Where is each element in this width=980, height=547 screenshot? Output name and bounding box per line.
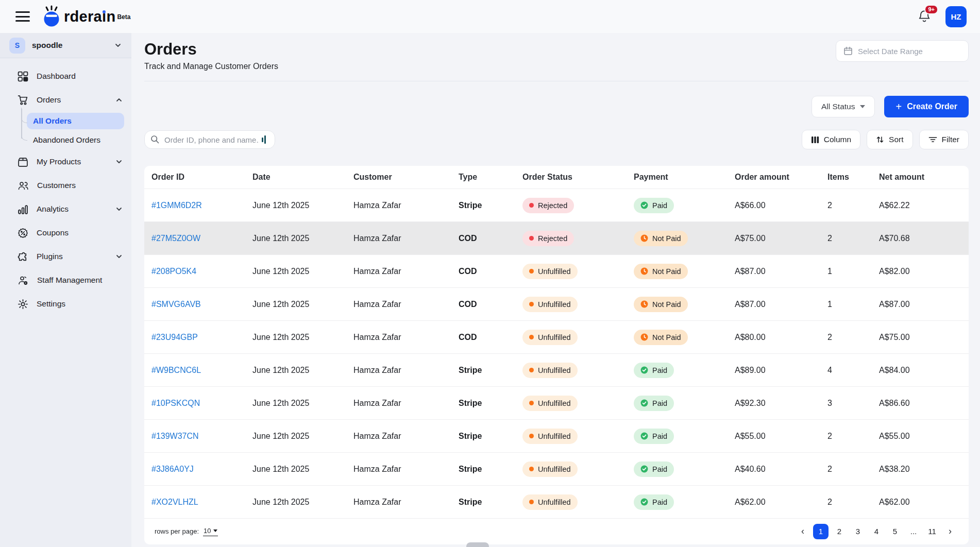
- next-page-button[interactable]: ›: [943, 524, 957, 539]
- order-net-amount: A$75.00: [879, 333, 961, 342]
- sidebar-item-coupons[interactable]: Coupons: [0, 221, 131, 245]
- table-row[interactable]: #208PO5K4 June 12th 2025 Hamza Zafar COD…: [144, 255, 969, 288]
- calendar-icon: [843, 46, 853, 56]
- order-id-link[interactable]: #SMVG6AVB: [151, 300, 201, 309]
- rows-per-page-select[interactable]: 10: [203, 527, 218, 536]
- sidebar-item-settings[interactable]: Settings: [0, 292, 131, 316]
- page-button[interactable]: 4: [869, 524, 884, 539]
- order-date: June 12th 2025: [252, 465, 353, 474]
- chevron-down-icon: [116, 253, 122, 260]
- order-id-link[interactable]: #139W37CN: [151, 432, 199, 440]
- beta-tag: Beta: [117, 13, 130, 21]
- order-status-badge: Unfulfilled: [522, 297, 578, 312]
- sidebar-item-staff-management[interactable]: Staff Management: [0, 268, 131, 292]
- table-row[interactable]: #23U94GBP June 12th 2025 Hamza Zafar COD…: [144, 321, 969, 354]
- sidebar-item-abandoned-orders[interactable]: Abandoned Orders: [27, 130, 124, 150]
- order-amount: A$87.00: [735, 267, 827, 276]
- page-button[interactable]: 3: [850, 524, 866, 539]
- date-range-picker[interactable]: Select Date Range: [836, 40, 969, 62]
- plugin-puzzle-icon: [18, 251, 28, 262]
- sidebar-item-plugins[interactable]: Plugins: [0, 245, 131, 268]
- filter-icon: [928, 136, 937, 143]
- order-date: June 12th 2025: [252, 399, 353, 408]
- order-type: Stripe: [459, 465, 522, 474]
- page-subtitle: Track and Manage Customer Orders: [144, 61, 278, 72]
- order-id-link[interactable]: #23U94GBP: [151, 333, 198, 341]
- rows-per-page-label: rows per page:: [155, 527, 199, 535]
- order-amount: A$89.00: [735, 366, 827, 375]
- order-id-link[interactable]: #1GMM6D2R: [151, 201, 202, 210]
- order-amount: A$75.00: [735, 234, 827, 243]
- order-items-count: 2: [827, 498, 879, 507]
- order-id-link[interactable]: #3J86A0YJ: [151, 465, 194, 473]
- page-button[interactable]: 5: [887, 524, 903, 539]
- table-row[interactable]: #XO2VLHZL June 12th 2025 Hamza Zafar Str…: [144, 486, 969, 519]
- create-order-button[interactable]: + Create Order: [884, 96, 969, 117]
- page-button[interactable]: 2: [832, 524, 847, 539]
- page-button[interactable]: 1: [813, 524, 829, 539]
- table-row[interactable]: #W9BCNC6L June 12th 2025 Hamza Zafar Str…: [144, 354, 969, 387]
- order-type: COD: [459, 234, 522, 243]
- payment-status-badge: Paid: [634, 494, 674, 510]
- order-id-link[interactable]: #W9BCNC6L: [151, 366, 201, 374]
- order-status-badge: Unfulfilled: [522, 330, 578, 345]
- sidebar-item-my-products[interactable]: My Products: [0, 150, 131, 174]
- status-dot-icon: [529, 269, 534, 274]
- order-customer: Hamza Zafar: [353, 267, 459, 276]
- orders-table: Order ID Date Customer Type Order Status…: [144, 166, 969, 544]
- table-row[interactable]: #SMVG6AVB June 12th 2025 Hamza Zafar COD…: [144, 288, 969, 321]
- order-items-count: 2: [827, 465, 879, 474]
- columns-icon: [811, 136, 819, 144]
- search-input[interactable]: [144, 130, 275, 149]
- col-date: Date: [252, 173, 353, 182]
- sidebar-item-customers[interactable]: Customers: [0, 174, 131, 197]
- payment-status-badge: Paid: [634, 461, 674, 477]
- page-button[interactable]: 11: [924, 524, 940, 539]
- order-date: June 12th 2025: [252, 234, 353, 243]
- plus-icon: +: [895, 101, 902, 112]
- clock-icon: [640, 300, 648, 308]
- order-id-link[interactable]: #10PSKCQN: [151, 399, 200, 407]
- order-amount: A$66.00: [735, 201, 827, 210]
- sidebar-item-all-orders[interactable]: All Orders: [27, 113, 124, 129]
- order-customer: Hamza Zafar: [353, 498, 459, 507]
- column-button[interactable]: Column: [802, 130, 860, 149]
- col-customer: Customer: [353, 173, 459, 182]
- order-id-link[interactable]: #27M5Z0OW: [151, 234, 200, 243]
- topbar: rderaın Beta 9+ HZ: [0, 0, 980, 33]
- order-net-amount: A$84.00: [879, 366, 961, 375]
- order-date: June 12th 2025: [252, 498, 353, 507]
- status-filter-dropdown[interactable]: All Status: [812, 96, 875, 117]
- payment-status-badge: Not Paid: [634, 297, 688, 312]
- notifications-button[interactable]: 9+: [917, 8, 932, 25]
- order-net-amount: A$70.68: [879, 234, 961, 243]
- sort-button[interactable]: Sort: [867, 130, 913, 149]
- order-id-link[interactable]: #208PO5K4: [151, 267, 196, 276]
- order-amount: A$40.60: [735, 465, 827, 474]
- status-dot-icon: [529, 401, 534, 405]
- scrollbar-nub[interactable]: [466, 542, 489, 547]
- sidebar-item-dashboard[interactable]: Dashboard: [0, 64, 131, 88]
- customers-icon: [18, 180, 29, 191]
- table-row[interactable]: #139W37CN June 12th 2025 Hamza Zafar Str…: [144, 420, 969, 453]
- sidebar-item-orders[interactable]: Orders: [0, 88, 131, 112]
- order-status-badge: Unfulfilled: [522, 264, 578, 279]
- sidebar-item-analytics[interactable]: Analytics: [0, 197, 131, 221]
- menu-hamburger-icon[interactable]: [15, 11, 30, 22]
- logo-text: rderaın: [64, 8, 115, 25]
- order-customer: Hamza Zafar: [353, 234, 459, 243]
- table-row[interactable]: #1GMM6D2R June 12th 2025 Hamza Zafar Str…: [144, 189, 969, 222]
- user-avatar[interactable]: HZ: [945, 6, 967, 27]
- workspace-switcher[interactable]: S spoodle: [0, 33, 131, 58]
- prev-page-button[interactable]: ‹: [796, 524, 810, 539]
- table-row[interactable]: #10PSKCQN June 12th 2025 Hamza Zafar Str…: [144, 387, 969, 420]
- chevron-down-icon: [116, 159, 122, 165]
- order-net-amount: A$38.20: [879, 465, 961, 474]
- order-amount: A$92.30: [735, 399, 827, 408]
- filter-button[interactable]: Filter: [919, 130, 969, 149]
- table-row[interactable]: #3J86A0YJ June 12th 2025 Hamza Zafar Str…: [144, 453, 969, 486]
- orders-subnav: All Orders Abandoned Orders: [0, 113, 131, 150]
- coupon-icon: [18, 228, 28, 238]
- table-row[interactable]: #27M5Z0OW June 12th 2025 Hamza Zafar COD…: [144, 222, 969, 255]
- order-id-link[interactable]: #XO2VLHZL: [151, 498, 198, 506]
